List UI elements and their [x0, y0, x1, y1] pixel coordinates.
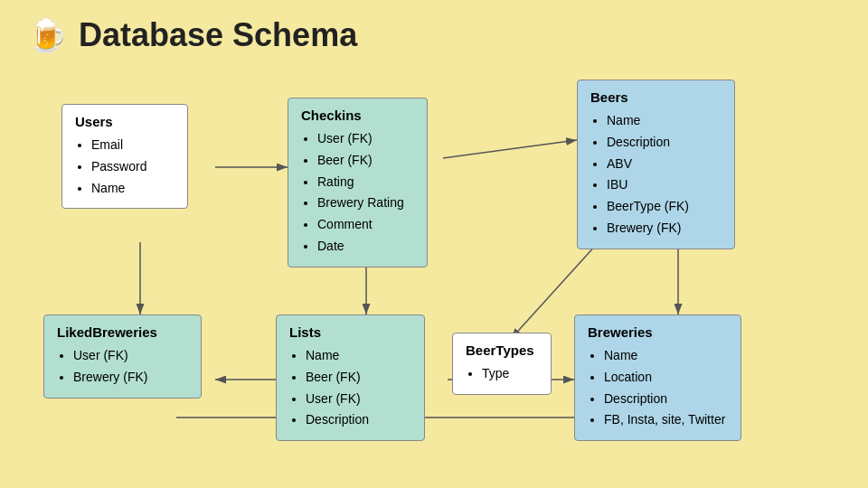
title-text: Database Schema [79, 16, 357, 54]
beers-field-abv: ABV [607, 154, 722, 175]
lists-field-user: User (FK) [306, 389, 411, 410]
beers-field-beertype: BeerType (FK) [607, 196, 722, 218]
users-field-name: Name [91, 178, 175, 200]
entity-beer-types-title: BeerTypes [466, 343, 538, 358]
checkins-field-date: Date [317, 236, 414, 258]
entity-users-fields: Email Password Name [75, 135, 175, 199]
beers-field-description: Description [607, 132, 722, 154]
entity-lists-title: Lists [289, 324, 411, 340]
beertypes-field-type: Type [482, 363, 538, 385]
breweries-field-location: Location [604, 367, 728, 389]
checkins-field-rating: Rating [317, 172, 414, 193]
lists-field-description: Description [306, 409, 411, 431]
breweries-field-social: FB, Insta, site, Twitter [604, 409, 728, 431]
checkins-field-brewery-rating: Brewery Rating [317, 192, 414, 214]
title-emoji: 🍺 [27, 16, 68, 54]
entity-liked-breweries-fields: User (FK) Brewery (FK) [57, 345, 188, 389]
entity-beer-types: BeerTypes Type [452, 333, 552, 395]
lists-field-name: Name [306, 345, 411, 367]
entity-lists-fields: Name Beer (FK) User (FK) Description [289, 345, 411, 431]
checkins-field-user: User (FK) [317, 128, 414, 150]
entity-beers-fields: Name Description ABV IBU BeerType (FK) B… [590, 110, 722, 239]
beers-field-name: Name [607, 110, 722, 132]
entity-liked-breweries: LikedBreweries User (FK) Brewery (FK) [43, 314, 202, 399]
entity-beers-title: Beers [590, 89, 722, 105]
beers-field-ibu: IBU [607, 174, 722, 196]
users-field-password: Password [91, 156, 175, 178]
liked-field-brewery: Brewery (FK) [73, 367, 188, 389]
entity-users: Users Email Password Name [61, 104, 188, 209]
svg-line-4 [443, 140, 577, 158]
breweries-field-description: Description [604, 389, 728, 410]
checkins-field-beer: Beer (FK) [317, 150, 414, 172]
breweries-field-name: Name [604, 345, 728, 367]
entity-checkins-fields: User (FK) Beer (FK) Rating Brewery Ratin… [301, 128, 414, 258]
entity-breweries-title: Breweries [588, 324, 728, 340]
entity-liked-breweries-title: LikedBreweries [57, 324, 188, 340]
entity-checkins-title: Checkins [301, 108, 414, 123]
beers-field-brewery: Brewery (FK) [607, 218, 722, 239]
entity-users-title: Users [75, 114, 175, 129]
entity-breweries: Breweries Name Location Description FB, … [574, 314, 741, 441]
entity-breweries-fields: Name Location Description FB, Insta, sit… [588, 345, 728, 431]
entity-beers: Beers Name Description ABV IBU BeerType … [577, 80, 735, 249]
checkins-field-comment: Comment [317, 214, 414, 236]
lists-field-beer: Beer (FK) [306, 367, 411, 389]
liked-field-user: User (FK) [73, 345, 188, 367]
entity-beer-types-fields: Type [466, 363, 538, 385]
page-title: 🍺 Database Schema [27, 16, 357, 54]
entity-checkins: Checkins User (FK) Beer (FK) Rating Brew… [288, 98, 428, 267]
users-field-email: Email [91, 135, 175, 156]
entity-lists: Lists Name Beer (FK) User (FK) Descripti… [276, 314, 425, 441]
